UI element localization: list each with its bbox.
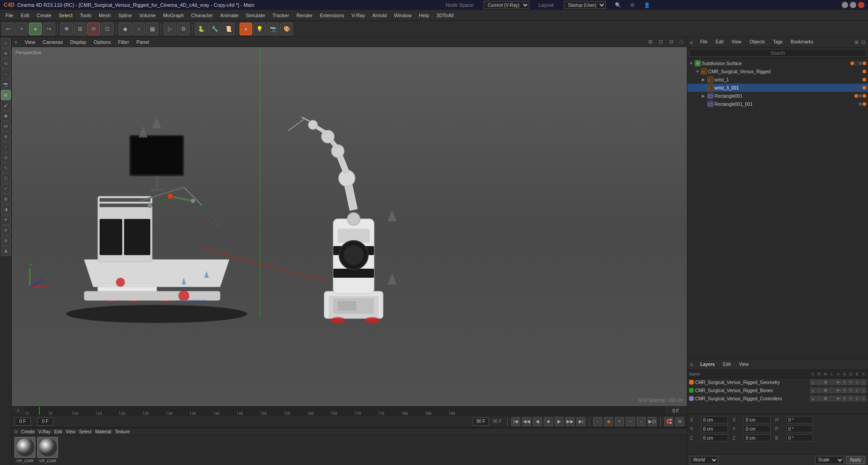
tool-paint[interactable]: 🖌 xyxy=(1,100,11,110)
tool-ik[interactable]: ⋆ xyxy=(1,142,11,152)
input-b[interactable] xyxy=(786,434,813,441)
om-row-rect001-001[interactable]: Rectangle001_001 xyxy=(687,100,868,108)
om-row-wrist1[interactable]: ▶ J wrist_1 xyxy=(687,76,868,84)
tool-deform[interactable]: ⤢ xyxy=(1,184,11,194)
menu-tracker[interactable]: Tracker xyxy=(269,12,293,19)
frame-mode-btn[interactable]: ⧉ xyxy=(675,417,684,426)
menu-simulate[interactable]: Simulate xyxy=(242,12,269,19)
layer-geometry[interactable]: CMR_Surgical_Versus_Rigged_Geometry ● □ … xyxy=(687,378,868,386)
tool-display[interactable]: ◑ xyxy=(1,204,11,214)
tool-null[interactable]: ◎ xyxy=(1,152,11,162)
menu-render[interactable]: Render xyxy=(293,12,316,19)
om-search-input[interactable] xyxy=(689,49,866,57)
add-key-btn[interactable]: + xyxy=(615,417,624,426)
layer-r-bones[interactable]: □ xyxy=(816,388,822,393)
layer-e-ctrl[interactable]: E xyxy=(854,396,860,401)
layout-select[interactable]: Startup (User) xyxy=(564,1,606,9)
input-z-pos[interactable] xyxy=(701,434,728,441)
prev-frame-btn[interactable]: ◀◀ xyxy=(522,417,531,426)
tool-joints[interactable]: ⊗ xyxy=(1,132,11,142)
layer-d-bones[interactable]: ⊗ xyxy=(848,388,854,393)
playback-end-frame[interactable] xyxy=(473,418,489,426)
viewport-icon-1[interactable]: ⊞ xyxy=(647,39,654,45)
layer-controllers[interactable]: CMR_Surgical_Versus_Rigged_Controllers ●… xyxy=(687,394,868,403)
layer-m-ctrl[interactable]: ▦ xyxy=(823,396,828,401)
tool-rigging[interactable]: ⋈ xyxy=(1,121,11,131)
om-icon-1[interactable]: ⊞ xyxy=(854,39,858,45)
input-p[interactable] xyxy=(786,425,813,432)
layer-s-geo[interactable]: ● xyxy=(810,380,815,385)
maximize-button[interactable] xyxy=(850,2,856,8)
input-z-rot[interactable] xyxy=(743,434,771,441)
timeline-track[interactable]: 0 5 10 15 20 25 30 35 40 45 50 55 60 65 … xyxy=(25,407,664,415)
vray-mat[interactable]: 🎨 xyxy=(280,23,293,35)
script-btn[interactable]: 📜 xyxy=(222,23,235,35)
om-tab-view[interactable]: View xyxy=(729,38,744,46)
goto-end-btn[interactable]: ▶| xyxy=(576,417,585,426)
layer-bones[interactable]: CMR_Surgical_Versus_Rigged_Bones ● □ ▦ ▶… xyxy=(687,386,868,394)
vray-light[interactable]: 💡 xyxy=(253,23,266,35)
transform-tool[interactable]: ⊡ xyxy=(101,23,114,35)
viewport-menu-cameras[interactable]: Cameras xyxy=(41,39,65,45)
vray-camera[interactable]: 📷 xyxy=(267,23,279,35)
om-tab-file[interactable]: File xyxy=(697,38,710,46)
close-button[interactable] xyxy=(858,2,864,8)
layer-e-geo[interactable]: E xyxy=(854,380,860,385)
menu-spline[interactable]: Spline xyxy=(115,12,136,19)
layer-e-bones[interactable]: E xyxy=(854,388,860,393)
layer-a-bones[interactable]: ▶ xyxy=(835,388,841,393)
render-view[interactable]: ▷ xyxy=(163,23,176,35)
tool-character[interactable]: ♟ xyxy=(1,246,11,256)
bp-menu-select[interactable]: Select xyxy=(79,429,91,434)
viewport-menu-view[interactable]: View xyxy=(23,39,37,45)
layer-a-geo[interactable]: ▶ xyxy=(835,380,841,385)
add-btn[interactable]: + xyxy=(15,23,28,35)
bp-menu-vray[interactable]: V-Ray xyxy=(38,429,50,434)
layer-s-ctrl[interactable]: ● xyxy=(810,396,815,401)
layers-tab-view[interactable]: View xyxy=(736,361,752,368)
bp-menu-view[interactable]: View xyxy=(66,429,76,434)
material-item-2[interactable]: VR_CMR xyxy=(37,437,58,463)
menu-create[interactable]: Create xyxy=(33,12,55,19)
bp-menu-material[interactable]: Material xyxy=(95,429,111,434)
layers-tab-layers[interactable]: Layers xyxy=(697,361,717,368)
world-select[interactable]: World Object Camera xyxy=(690,456,718,464)
play-btn[interactable]: ▶ xyxy=(555,417,564,426)
input-x-rot[interactable] xyxy=(743,416,771,423)
viewport-menu-filter[interactable]: Filter xyxy=(116,39,131,45)
tool-hair[interactable]: ≋ xyxy=(1,225,11,235)
undo-btn[interactable]: ↩ xyxy=(2,23,14,35)
layer-a-ctrl[interactable]: ▶ xyxy=(835,396,841,401)
layer-l-geo[interactable] xyxy=(829,380,834,385)
tool-active[interactable]: ▣ xyxy=(1,90,11,100)
plugin-btn[interactable]: 🔧 xyxy=(208,23,221,35)
3d-viewport[interactable]: Perspective xyxy=(12,47,687,406)
menu-tools[interactable]: Tools xyxy=(76,12,95,19)
menu-select[interactable]: Select xyxy=(55,12,77,19)
python-btn[interactable]: 🐍 xyxy=(195,23,207,35)
autokey-btn[interactable]: ◉ xyxy=(604,417,613,426)
menu-volume[interactable]: Volume xyxy=(135,12,159,19)
viewport-icon-3[interactable]: ⊟ xyxy=(668,39,675,45)
tool-scale[interactable]: ↔ xyxy=(1,69,11,79)
om-tab-objects[interactable]: Objects xyxy=(747,38,767,46)
timeline-ruler[interactable]: F 0 5 10 15 20 25 30 35 40 45 50 55 xyxy=(12,406,687,415)
om-tab-tags[interactable]: Tags xyxy=(770,38,785,46)
minimize-button[interactable] xyxy=(842,2,848,8)
menu-file[interactable]: File xyxy=(2,12,17,19)
om-row-cmr[interactable]: ▼ N CMR_Surgical_Versus_Rigged xyxy=(687,67,868,76)
menu-extensions[interactable]: Extensions xyxy=(316,12,348,19)
bp-menu-texture[interactable]: Texture xyxy=(115,429,130,434)
viewport-icon-2[interactable]: ⊡ xyxy=(657,39,664,45)
input-h[interactable] xyxy=(786,416,813,423)
layer-x-bones[interactable]: X xyxy=(861,388,866,393)
apply-button[interactable]: Apply xyxy=(846,456,865,464)
layer-d-geo[interactable]: ⊗ xyxy=(848,380,854,385)
om-row-wrist3[interactable]: J wrist_3_001 xyxy=(687,84,868,92)
layers-tab-edit[interactable]: Edit xyxy=(720,361,734,368)
play-all-btn[interactable]: ▶⊡ xyxy=(647,417,657,426)
layer-l-bones[interactable] xyxy=(829,388,834,393)
stop-btn[interactable]: ■ xyxy=(544,417,553,426)
bp-menu-edit[interactable]: Edit xyxy=(54,429,62,434)
menu-vray[interactable]: V-Ray xyxy=(348,12,369,19)
